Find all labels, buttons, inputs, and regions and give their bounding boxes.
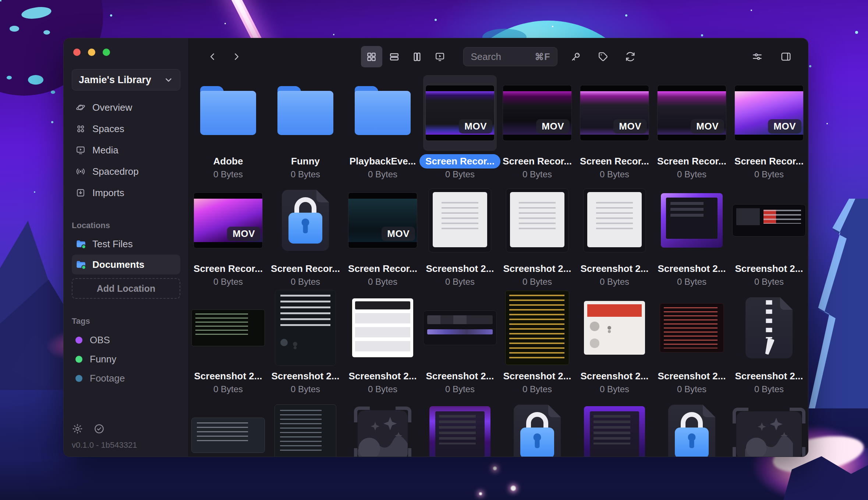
file-card[interactable] <box>344 397 421 457</box>
thumbnail-area <box>191 75 265 151</box>
file-thumbnail <box>584 406 645 457</box>
close-window-button[interactable] <box>73 49 81 56</box>
spacedrive-window: Jamie's Library Overview Spaces Media Sp… <box>63 38 808 457</box>
sidebar-item-documents[interactable]: Documents <box>72 255 180 274</box>
file-card[interactable]: Screenshot 2...0 Bytes <box>499 290 576 397</box>
media-view-button[interactable] <box>429 46 451 67</box>
file-thumbnail <box>274 404 336 457</box>
file-size: 0 Bytes <box>754 384 784 394</box>
file-thumbnail: MOV <box>658 85 726 141</box>
key-icon[interactable] <box>570 51 582 63</box>
sidebar-item-tag-funny[interactable]: Funny <box>72 350 180 369</box>
file-size: 0 Bytes <box>368 277 397 287</box>
display-options-icon[interactable] <box>751 51 763 63</box>
sidebar-item-tag-obs[interactable]: OBS <box>72 330 180 350</box>
gear-icon[interactable] <box>72 423 83 435</box>
sidebar-item-spaces[interactable]: Spaces <box>72 118 180 139</box>
sidebar-item-media[interactable]: Media <box>72 140 180 160</box>
file-card[interactable]: MOVScreen Recor...0 Bytes <box>344 182 421 290</box>
columns-view-button[interactable] <box>407 46 428 67</box>
file-card[interactable]: PlaybackEve...0 Bytes <box>344 75 421 182</box>
tag-icon[interactable] <box>597 51 609 63</box>
file-card[interactable] <box>653 397 730 457</box>
folder-icon <box>277 91 333 135</box>
file-card[interactable]: Screenshot 2...0 Bytes <box>653 182 730 290</box>
spacedrop-icon <box>75 166 86 177</box>
check-circle-icon[interactable] <box>93 423 105 435</box>
file-thumbnail <box>429 189 491 252</box>
file-card[interactable]: MOVScreen Recor...0 Bytes <box>421 75 499 182</box>
file-size: 0 Bytes <box>600 384 629 394</box>
file-thumbnail: MOV <box>426 85 494 141</box>
view-switcher <box>361 46 451 67</box>
file-card[interactable]: MOVScreen Recor...0 Bytes <box>653 75 730 182</box>
sidebar-item-imports[interactable]: Imports <box>72 182 180 203</box>
thumbnail-area: MOV <box>500 75 574 151</box>
file-size: 0 Bytes <box>213 169 243 180</box>
file-card[interactable]: MOVScreen Recor...0 Bytes <box>576 75 653 182</box>
sidebar-item-test-files[interactable]: Test Files <box>72 234 180 254</box>
thumbnail-area <box>191 397 265 457</box>
file-card[interactable]: Screenshot 2...0 Bytes <box>499 182 576 290</box>
file-card[interactable]: Screenshot 2...0 Bytes <box>576 182 653 290</box>
file-card[interactable]: Adobe0 Bytes <box>189 75 267 182</box>
file-name: Adobe <box>208 154 249 169</box>
file-card[interactable]: Screenshot 2...0 Bytes <box>344 290 421 397</box>
file-name: Screen Recor... <box>342 262 423 276</box>
file-card[interactable]: MOVScreen Recor...0 Bytes <box>189 182 267 290</box>
file-size: 0 Bytes <box>291 169 320 180</box>
file-size: 0 Bytes <box>213 384 243 394</box>
sidebar-item-overview[interactable]: Overview <box>72 97 180 118</box>
file-card[interactable]: Screenshot 2...0 Bytes <box>730 182 808 290</box>
zoom-window-button[interactable] <box>103 49 110 56</box>
file-size: 0 Bytes <box>754 277 784 287</box>
sidebar-item-spacedrop[interactable]: Spacedrop <box>72 161 180 182</box>
tag-label: OBS <box>90 334 110 346</box>
file-name: Screen Recor... <box>574 154 655 169</box>
file-card[interactable] <box>421 397 499 457</box>
file-card[interactable]: Screenshot 2...0 Bytes <box>730 290 808 397</box>
grid-view-button[interactable] <box>361 46 382 67</box>
file-size: 0 Bytes <box>368 169 397 180</box>
thumbnail-area <box>500 290 574 366</box>
file-name: Screenshot 2... <box>343 369 423 383</box>
file-card[interactable]: Funny0 Bytes <box>267 75 344 182</box>
file-card[interactable]: Screenshot 2...0 Bytes <box>421 290 499 397</box>
forward-button[interactable] <box>231 52 241 61</box>
list-view-button[interactable] <box>384 46 405 67</box>
file-card[interactable] <box>267 397 344 457</box>
file-card[interactable]: Screenshot 2...0 Bytes <box>653 290 730 397</box>
file-name: Screenshot 2... <box>420 369 500 383</box>
file-thumbnail <box>506 189 568 252</box>
search-box[interactable]: ⌘F <box>463 47 557 66</box>
search-input[interactable] <box>470 51 535 63</box>
file-size: 0 Bytes <box>445 384 475 394</box>
file-size: 0 Bytes <box>600 277 629 287</box>
list-view-icon <box>389 51 400 63</box>
inspector-toggle-icon[interactable] <box>780 51 792 63</box>
file-card[interactable]: Screenshot 2...0 Bytes <box>576 290 653 397</box>
file-card[interactable]: Screenshot 2...0 Bytes <box>267 290 344 397</box>
add-location-button[interactable]: Add Location <box>72 278 180 299</box>
file-name: Screenshot 2... <box>575 369 655 383</box>
back-button[interactable] <box>208 52 217 61</box>
minimize-window-button[interactable] <box>88 49 95 56</box>
file-card[interactable]: Screenshot 2...0 Bytes <box>189 290 267 397</box>
file-thumbnail <box>733 205 805 236</box>
file-card[interactable]: MOVScreen Recor...0 Bytes <box>730 75 808 182</box>
file-card[interactable]: MOVScreen Recor...0 Bytes <box>499 75 576 182</box>
file-card[interactable]: Screen Recor...0 Bytes <box>267 182 344 290</box>
file-card[interactable]: Screenshot 2...0 Bytes <box>421 182 499 290</box>
library-switcher[interactable]: Jamie's Library <box>72 69 180 91</box>
columns-view-icon <box>411 51 423 63</box>
file-card[interactable] <box>189 397 267 457</box>
folder-icon <box>75 238 86 249</box>
sync-icon[interactable] <box>624 51 636 63</box>
file-card[interactable] <box>499 397 576 457</box>
thumbnail-area <box>500 397 574 457</box>
sidebar-item-tag-footage[interactable]: Footage <box>72 369 180 388</box>
file-card[interactable] <box>730 397 808 457</box>
locations-header: Locations <box>72 221 180 230</box>
file-card[interactable] <box>576 397 653 457</box>
sparkle <box>479 492 482 495</box>
